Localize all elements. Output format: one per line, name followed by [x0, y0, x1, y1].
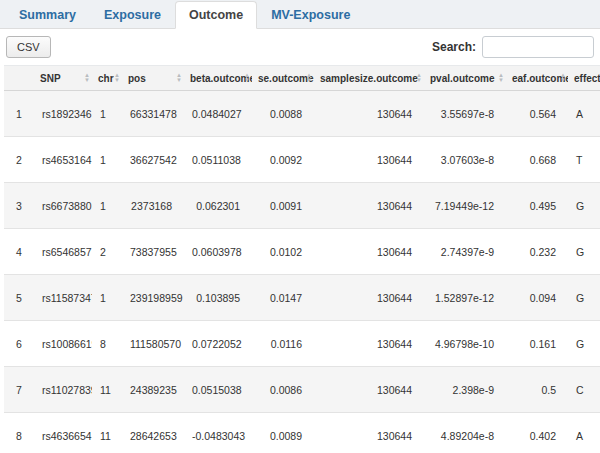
cell-beta.outcome: 0.0515038 [184, 367, 252, 413]
cell-pos: 36627542 [122, 137, 184, 183]
table-row: 2rs46531641366275420.05110380.0092130644… [4, 137, 600, 183]
cell-chr: 1 [92, 91, 122, 137]
cell-samplesize.outcome: 130644 [314, 367, 424, 413]
cell-beta.outcome: 0.0722052 [184, 321, 252, 367]
cell-effect: G [568, 229, 600, 275]
column-header-SNP[interactable]: SNP [34, 66, 92, 91]
cell-beta.outcome: -0.0483043 [184, 413, 252, 453]
cell-SNP: rs10086619 [34, 321, 92, 367]
cell-chr: 8 [92, 321, 122, 367]
row-index-cell: 4 [4, 229, 34, 275]
cell-eaf.outcome: 0.161 [506, 321, 568, 367]
tab-mv-exposure[interactable]: MV-Exposure [257, 1, 364, 29]
column-header-eaf.outcome[interactable]: eaf.outcome [506, 66, 568, 91]
cell-se.outcome: 0.0086 [252, 367, 314, 413]
row-index-cell: 5 [4, 275, 34, 321]
row-index-cell: 2 [4, 137, 34, 183]
cell-eaf.outcome: 0.402 [506, 413, 568, 453]
cell-se.outcome: 0.0091 [252, 183, 314, 229]
cell-pos: 66331478 [122, 91, 184, 137]
sort-arrows-icon [84, 73, 90, 83]
sort-arrows-icon [560, 73, 566, 83]
cell-pos: 2373168 [122, 183, 184, 229]
cell-samplesize.outcome: 130644 [314, 137, 424, 183]
cell-effect: T [568, 137, 600, 183]
cell-beta.outcome: 0.0511038 [184, 137, 252, 183]
tab-bar: Summary Exposure Outcome MV-Exposure [0, 0, 600, 29]
sort-arrows-icon [498, 73, 504, 83]
cell-chr: 1 [92, 275, 122, 321]
cell-SNP: rs11027839 [34, 367, 92, 413]
sort-arrows-icon [244, 73, 250, 83]
cell-effect: G [568, 321, 600, 367]
column-label: chr [98, 73, 114, 84]
cell-beta.outcome: 0.103895 [184, 275, 252, 321]
column-header-samplesize.outcome[interactable]: samplesize.outcome [314, 66, 424, 91]
cell-se.outcome: 0.0116 [252, 321, 314, 367]
cell-SNP: rs4653164 [34, 137, 92, 183]
search-control: Search: [432, 36, 594, 58]
cell-chr: 2 [92, 229, 122, 275]
tab-summary[interactable]: Summary [5, 1, 90, 29]
column-header-beta.outcome[interactable]: beta.outcome [184, 66, 252, 91]
table-row: 7rs1102783911243892350.05150380.00861306… [4, 367, 600, 413]
sort-arrows-icon [114, 73, 120, 83]
table-row: 5rs1158734712391989590.1038950.014713064… [4, 275, 600, 321]
tab-exposure[interactable]: Exposure [90, 1, 175, 29]
column-label: effect [574, 73, 600, 84]
cell-pval.outcome: 4.89204e-8 [424, 413, 506, 453]
cell-samplesize.outcome: 130644 [314, 183, 424, 229]
table-header-row: SNPchrposbeta.outcomese.outcomesamplesiz… [4, 66, 600, 91]
cell-beta.outcome: 0.0603978 [184, 229, 252, 275]
cell-pval.outcome: 4.96798e-10 [424, 321, 506, 367]
cell-samplesize.outcome: 130644 [314, 413, 424, 453]
table-toolbar: CSV Search: [4, 33, 600, 65]
table-body: 1rs18923461663314780.04840270.0088130644… [4, 91, 600, 453]
search-input[interactable] [482, 36, 594, 58]
cell-chr: 11 [92, 367, 122, 413]
sort-arrows-icon [306, 73, 312, 83]
cell-eaf.outcome: 0.094 [506, 275, 568, 321]
table-container: SNPchrposbeta.outcomese.outcomesamplesiz… [4, 65, 600, 453]
cell-SNP: rs6673880 [34, 183, 92, 229]
column-header-pos[interactable]: pos [122, 66, 184, 91]
cell-chr: 1 [92, 137, 122, 183]
tab-outcome[interactable]: Outcome [175, 1, 257, 29]
cell-pval.outcome: 2.74397e-9 [424, 229, 506, 275]
sort-arrows-icon [416, 73, 422, 83]
cell-eaf.outcome: 0.668 [506, 137, 568, 183]
cell-SNP: rs4636654 [34, 413, 92, 453]
column-header-chr[interactable]: chr [92, 66, 122, 91]
cell-effect: A [568, 413, 600, 453]
csv-export-button[interactable]: CSV [6, 36, 51, 58]
column-header-pval.outcome[interactable]: pval.outcome [424, 66, 506, 91]
search-label: Search: [432, 40, 476, 54]
tab-content: CSV Search: SNPchrposbeta.outcomese.outc… [0, 29, 600, 453]
cell-pos: 24389235 [122, 367, 184, 413]
table-row: 3rs6673880123731680.0623010.00911306447.… [4, 183, 600, 229]
table-row: 8rs46366541128642653-0.04830430.00891306… [4, 413, 600, 453]
cell-pval.outcome: 2.398e-9 [424, 367, 506, 413]
cell-pos: 73837955 [122, 229, 184, 275]
column-header-se.outcome[interactable]: se.outcome [252, 66, 314, 91]
cell-effect: A [568, 91, 600, 137]
cell-pos: 239198959 [122, 275, 184, 321]
cell-chr: 1 [92, 183, 122, 229]
results-page: Summary Exposure Outcome MV-Exposure CSV… [0, 0, 600, 453]
row-index-cell: 6 [4, 321, 34, 367]
cell-beta.outcome: 0.0484027 [184, 91, 252, 137]
cell-chr: 11 [92, 413, 122, 453]
cell-samplesize.outcome: 130644 [314, 91, 424, 137]
column-label: pos [128, 73, 146, 84]
cell-samplesize.outcome: 130644 [314, 275, 424, 321]
cell-pos: 111580570 [122, 321, 184, 367]
row-index-cell: 8 [4, 413, 34, 453]
cell-pval.outcome: 3.07603e-8 [424, 137, 506, 183]
column-header-index[interactable] [4, 66, 34, 91]
outcome-table: SNPchrposbeta.outcomese.outcomesamplesiz… [4, 65, 600, 453]
cell-se.outcome: 0.0092 [252, 137, 314, 183]
cell-effect: G [568, 183, 600, 229]
column-header-effect[interactable]: effect [568, 66, 600, 91]
column-label: pval.outcome [430, 73, 494, 84]
column-label: samplesize.outcome [320, 73, 418, 84]
